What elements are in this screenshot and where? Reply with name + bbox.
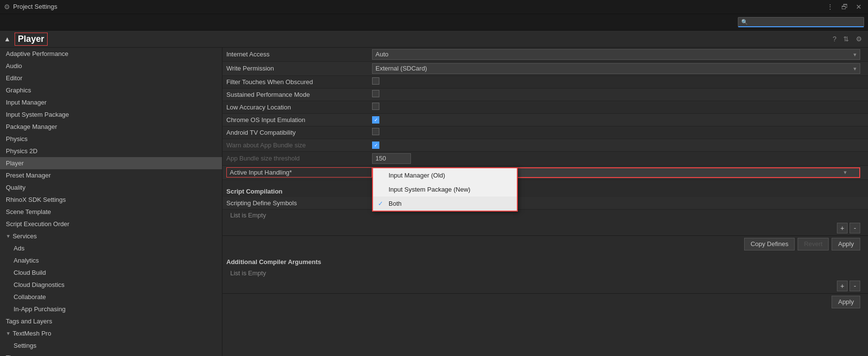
- chevron-down-icon: ▼: [6, 331, 11, 336]
- search-input[interactable]: [750, 18, 861, 25]
- close-button[interactable]: ✕: [853, 2, 864, 12]
- warn-app-bundle-row: Warn about App Bundle size: [222, 139, 868, 152]
- sidebar-item-collaborate[interactable]: Collaborate: [0, 291, 222, 303]
- sidebar-item-label: TextMesh Pro: [13, 330, 51, 337]
- additional-add-button[interactable]: +: [837, 281, 848, 291]
- filter-touches-checkbox[interactable]: [372, 77, 379, 85]
- sidebar-item-label: Audio: [6, 62, 22, 70]
- sustained-perf-value: [372, 90, 860, 99]
- additional-apply-button[interactable]: Apply: [832, 296, 860, 308]
- sidebar-item-label: Settings: [14, 342, 36, 349]
- sidebar-item-package-manager[interactable]: Package Manager: [0, 121, 222, 133]
- sidebar-item-graphics[interactable]: Graphics: [0, 84, 222, 96]
- sidebar-item-cloud-diagnostics[interactable]: Cloud Diagnostics: [0, 279, 222, 291]
- input-handling-dropdown-popup: Input Manager (Old) Input System Package…: [372, 167, 518, 212]
- chrome-os-label: Chrome OS Input Emulation: [226, 116, 372, 124]
- sidebar-item-textmesh-pro[interactable]: ▼ TextMesh Pro: [0, 327, 222, 339]
- sidebar-item-physics[interactable]: Physics: [0, 133, 222, 145]
- filter-touches-label: Filter Touches When Obscured: [226, 78, 372, 86]
- sidebar-item-label: Cloud Diagnostics: [14, 281, 65, 288]
- sidebar-item-audio[interactable]: Audio: [0, 60, 222, 72]
- sidebar-item-editor[interactable]: Editor: [0, 72, 222, 84]
- script-remove-button[interactable]: -: [850, 223, 860, 233]
- sidebar-item-label: Analytics: [14, 257, 39, 264]
- sidebar-item-rhinox-sdk[interactable]: RhinoX SDK Settings: [0, 194, 222, 206]
- main-layout: Adaptive Performance Audio Editor Graphi…: [0, 48, 868, 356]
- chrome-os-row: Chrome OS Input Emulation: [222, 114, 868, 126]
- layout-button[interactable]: ⇅: [841, 34, 851, 44]
- sustained-perf-checkbox[interactable]: [372, 90, 379, 97]
- write-permission-dropdown[interactable]: External (SDCard): [372, 63, 860, 74]
- sidebar-item-tags-and-layers[interactable]: Tags and Layers: [0, 315, 222, 327]
- sidebar-item-scene-template[interactable]: Scene Template: [0, 206, 222, 218]
- sidebar-item-input-system-package[interactable]: Input System Package: [0, 108, 222, 121]
- sidebar-item-label: Ads: [14, 245, 24, 252]
- active-input-handling-row: Active Input Handling* Both ▼ Input Mana…: [222, 166, 868, 180]
- sidebar-item-ads[interactable]: Ads: [0, 242, 222, 254]
- sustained-perf-row: Sustained Performance Mode: [222, 89, 868, 101]
- sidebar-item-label: Graphics: [6, 87, 31, 94]
- scripting-defines-row: Scripting Define Symbols: [222, 197, 868, 210]
- script-list-empty-row: List is Empty: [222, 210, 868, 221]
- sidebar-item-label: Physics: [6, 135, 28, 142]
- sidebar-item-adaptive-performance[interactable]: Adaptive Performance: [0, 48, 222, 60]
- help-button[interactable]: ?: [831, 34, 838, 44]
- sidebar-item-analytics[interactable]: Analytics: [0, 254, 222, 267]
- app-window: ⚙ Project Settings ⋮ 🗗 ✕ 🔍 ▲ Player ? ⇅ …: [0, 0, 868, 356]
- dropdown-option-input-manager[interactable]: Input Manager (Old): [373, 168, 517, 182]
- low-accuracy-checkbox[interactable]: [372, 103, 379, 110]
- warn-app-bundle-checkbox[interactable]: [372, 142, 379, 149]
- window-controls: ⋮ 🗗 ✕: [824, 2, 864, 12]
- settings-button[interactable]: ⚙: [854, 34, 864, 44]
- sidebar-item-script-execution-order[interactable]: Script Execution Order: [0, 218, 222, 230]
- app-bundle-threshold-label: App Bundle size threshold: [226, 155, 372, 162]
- script-add-remove-row: + -: [222, 221, 868, 235]
- sidebar-item-cloud-build[interactable]: Cloud Build: [0, 267, 222, 279]
- maximize-button[interactable]: 🗗: [839, 2, 851, 12]
- sidebar-item-label: Input System Package: [6, 111, 69, 118]
- sidebar-item-label: Services: [13, 232, 37, 240]
- sidebar-item-label: RhinoX SDK Settings: [6, 196, 66, 203]
- sidebar-item-quality[interactable]: Quality: [0, 181, 222, 194]
- sidebar-item-player[interactable]: Player: [0, 157, 222, 169]
- additional-list-empty-row: List is Empty: [222, 267, 868, 279]
- dropdown-option-both[interactable]: ✓ Both: [373, 196, 517, 211]
- sidebar-item-label: Collaborate: [14, 293, 46, 301]
- more-options-button[interactable]: ⋮: [824, 2, 836, 12]
- dropdown-option-input-system[interactable]: Input System Package (New): [373, 182, 517, 196]
- script-compilation-header: Script Compilation: [222, 184, 868, 197]
- sidebar-item-services[interactable]: ▼ Services: [0, 230, 222, 242]
- scripting-defines-label: Scripting Define Symbols: [226, 199, 372, 207]
- sidebar-item-time[interactable]: Time: [0, 352, 222, 356]
- additional-apply-row: Apply: [222, 293, 868, 310]
- sidebar-item-preset-manager[interactable]: Preset Manager: [0, 169, 222, 181]
- revert-button[interactable]: Revert: [798, 238, 829, 250]
- sidebar-item-settings[interactable]: Settings: [0, 339, 222, 352]
- player-header-row: ▲ Player ? ⇅ ⚙: [0, 31, 868, 48]
- sidebar-item-label: Script Execution Order: [6, 220, 69, 228]
- sidebar-item-label: Cloud Build: [14, 269, 46, 276]
- write-permission-label: Write Permission: [226, 65, 372, 72]
- sidebar-item-physics-2d[interactable]: Physics 2D: [0, 145, 222, 157]
- script-add-button[interactable]: +: [837, 223, 848, 233]
- sidebar-item-input-manager[interactable]: Input Manager: [0, 96, 222, 108]
- window-title: Project Settings: [13, 3, 57, 10]
- sidebar-item-label: Editor: [6, 74, 22, 82]
- internet-access-dropdown[interactable]: Auto: [372, 49, 860, 60]
- app-bundle-threshold-value: [372, 153, 860, 164]
- filter-touches-value: [372, 77, 860, 86]
- chevron-down-icon: ▼: [6, 233, 11, 239]
- copy-defines-button[interactable]: Copy Defines: [744, 238, 795, 250]
- low-accuracy-label: Low Accuracy Location: [226, 104, 372, 111]
- chrome-os-checkbox[interactable]: [372, 116, 379, 124]
- app-bundle-threshold-input[interactable]: [372, 153, 411, 164]
- android-tv-checkbox[interactable]: [372, 128, 379, 135]
- script-apply-button[interactable]: Apply: [832, 238, 860, 250]
- app-bundle-threshold-row: App Bundle size threshold: [222, 152, 868, 166]
- collapse-button[interactable]: ▲: [4, 35, 11, 43]
- sidebar-item-label: Package Manager: [6, 123, 57, 130]
- sidebar-item-in-app-purchasing[interactable]: In-App Purchasing: [0, 303, 222, 315]
- additional-remove-button[interactable]: -: [850, 281, 860, 291]
- sidebar-item-label: Preset Manager: [6, 172, 51, 179]
- android-tv-value: [372, 128, 860, 137]
